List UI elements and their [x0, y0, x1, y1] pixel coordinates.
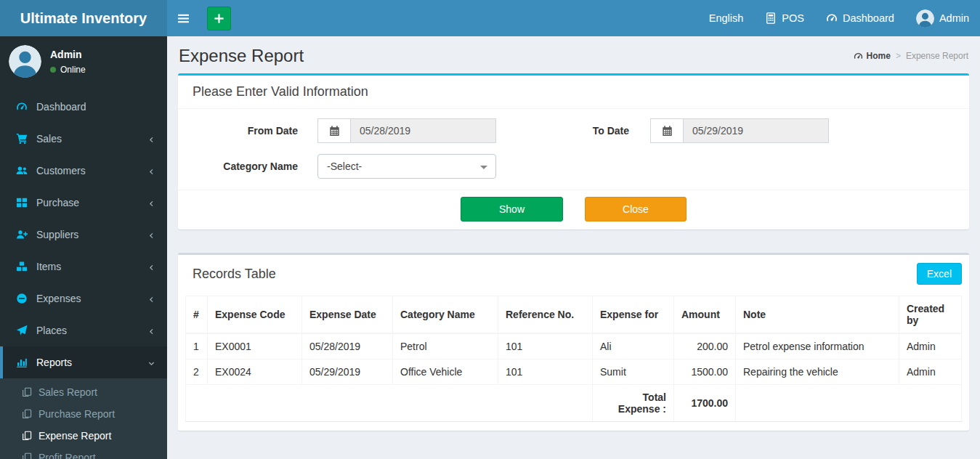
app-brand[interactable]: Ultimate Inventory	[0, 0, 167, 36]
filter-panel-title: Please Enter Valid Information	[178, 76, 969, 109]
to-date-input[interactable]	[683, 118, 829, 143]
sidebar-item-sales[interactable]: Sales	[0, 123, 167, 155]
user-status[interactable]: Online	[50, 65, 86, 75]
online-status-icon	[50, 67, 56, 73]
copy-icon	[22, 409, 32, 419]
chevron-left-icon	[147, 229, 155, 240]
sidebar-subitem-label: Purchase Report	[39, 408, 115, 420]
nav-language[interactable]: English	[698, 0, 755, 36]
records-table-wrapper: # Expense Code Expense Date Category Nam…	[178, 293, 969, 431]
total-spacer-cell	[736, 385, 962, 422]
chevron-left-icon	[147, 293, 155, 304]
calendar-icon[interactable]	[317, 118, 350, 143]
sidebar-item-expenses[interactable]: Expenses	[0, 283, 167, 314]
plus-icon	[214, 13, 224, 24]
sidebar-user-panel: Admin Online	[0, 36, 167, 88]
total-spacer-cell	[186, 385, 593, 422]
sidebar-item-expense-report[interactable]: Expense Report	[0, 425, 167, 447]
col-expense-date: Expense Date	[302, 296, 393, 334]
top-navbar: Ultimate Inventory English POS Dashboard…	[0, 0, 980, 36]
cart-icon	[16, 133, 28, 145]
user-name: Admin	[50, 49, 86, 60]
calendar-icon[interactable]	[650, 118, 683, 143]
dashboard-icon	[854, 52, 863, 61]
reports-submenu: Sales Report Purchase Report Expense Rep…	[0, 378, 167, 459]
category-select-value: -Select-	[327, 161, 362, 172]
breadcrumb-home[interactable]: Home	[854, 51, 891, 61]
nav-dashboard[interactable]: Dashboard	[815, 0, 905, 36]
category-select[interactable]: -Select-	[317, 154, 496, 179]
records-table-title: Records Table	[193, 267, 276, 282]
cell-expense-for: Ali	[593, 333, 674, 360]
sidebar-item-items[interactable]: Items	[0, 251, 167, 283]
hamburger-icon	[177, 12, 190, 25]
sidebar-subitem-label: Expense Report	[39, 430, 111, 442]
sidebar-item-reports[interactable]: Reports	[0, 346, 167, 378]
nav-dashboard-label: Dashboard	[843, 12, 894, 24]
nav-user-menu[interactable]: Admin	[905, 0, 980, 36]
dashboard-icon	[826, 12, 838, 24]
sidebar-item-purchase-report[interactable]: Purchase Report	[0, 403, 167, 425]
close-button[interactable]: Close	[585, 197, 687, 222]
col-amount: Amount	[674, 296, 736, 334]
sidebar-item-label: Expenses	[36, 293, 81, 304]
page-title: Expense Report	[179, 46, 304, 66]
sidebar-item-label: Places	[36, 325, 67, 336]
records-table: # Expense Code Expense Date Category Nam…	[185, 296, 962, 422]
user-status-label: Online	[60, 65, 86, 75]
nav-user-label: Admin	[939, 12, 969, 24]
from-date-label: From Date	[178, 125, 298, 137]
cubes-icon	[16, 261, 28, 272]
sidebar-item-label: Items	[36, 261, 61, 272]
cell-index: 1	[186, 333, 208, 360]
col-expense-code: Expense Code	[208, 296, 302, 334]
sidebar-menu: Dashboard Sales Customers Purchase Suppl…	[0, 91, 167, 378]
bar-chart-icon	[16, 357, 28, 368]
table-row: 1 EX0001 05/28/2019 Petrol 101 Ali 200.0…	[186, 333, 962, 360]
table-row: 2 EX0024 05/29/2019 Office Vehicle 101 S…	[186, 360, 962, 385]
records-panel: Records Table Excel # Expense Code Expen…	[178, 253, 969, 431]
calculator-icon	[765, 12, 777, 24]
from-date-input[interactable]	[350, 118, 496, 143]
avatar	[9, 45, 41, 78]
sidebar-item-label: Customers	[36, 165, 86, 176]
breadcrumb-separator: >	[896, 51, 901, 61]
sidebar-item-suppliers[interactable]: Suppliers	[0, 219, 167, 251]
filter-panel: Please Enter Valid Information From Date…	[178, 73, 969, 230]
cell-created-by: Admin	[899, 333, 962, 360]
sidebar-subitem-label: Profit Report	[39, 452, 96, 459]
dashboard-icon	[16, 101, 28, 113]
filter-form: From Date To Date Category Name -Select-	[178, 109, 969, 230]
cell-expense-date: 05/28/2019	[302, 333, 393, 360]
total-expense-value: 1700.00	[674, 385, 736, 422]
caret-down-icon	[480, 166, 487, 169]
sidebar-item-places[interactable]: Places	[0, 314, 167, 346]
cell-amount: 200.00	[674, 333, 736, 360]
sidebar-toggle-button[interactable]	[167, 0, 200, 36]
to-date-group	[650, 118, 829, 143]
excel-export-button[interactable]: Excel	[917, 263, 962, 285]
user-plus-icon	[16, 229, 28, 240]
cell-category-name: Office Vehicle	[393, 360, 498, 385]
sidebar-item-label: Suppliers	[36, 229, 78, 240]
sidebar-item-customers[interactable]: Customers	[0, 155, 167, 187]
sidebar-subitem-label: Sales Report	[39, 386, 97, 398]
sidebar-item-dashboard[interactable]: Dashboard	[0, 91, 167, 123]
grid-icon	[16, 197, 28, 208]
paper-plane-icon	[16, 325, 28, 336]
sidebar-item-purchase[interactable]: Purchase	[0, 187, 167, 219]
col-created-by: Created by	[899, 296, 962, 334]
chevron-down-icon	[147, 357, 155, 368]
navbar-main: English POS Dashboard Admin	[167, 0, 980, 36]
nav-pos[interactable]: POS	[754, 0, 815, 36]
sidebar-item-label: Sales	[36, 133, 62, 145]
cell-note: Repairing the vehicle	[736, 360, 899, 385]
cell-expense-for: Sumit	[593, 360, 674, 385]
cell-amount: 1500.00	[674, 360, 736, 385]
sidebar-item-profit-report[interactable]: Profit Report	[0, 447, 167, 459]
breadcrumb: Home > Expense Report	[854, 51, 968, 61]
show-button[interactable]: Show	[461, 197, 563, 222]
cell-expense-date: 05/29/2019	[302, 360, 393, 385]
quick-add-button[interactable]	[207, 7, 231, 31]
sidebar-item-sales-report[interactable]: Sales Report	[0, 381, 167, 403]
